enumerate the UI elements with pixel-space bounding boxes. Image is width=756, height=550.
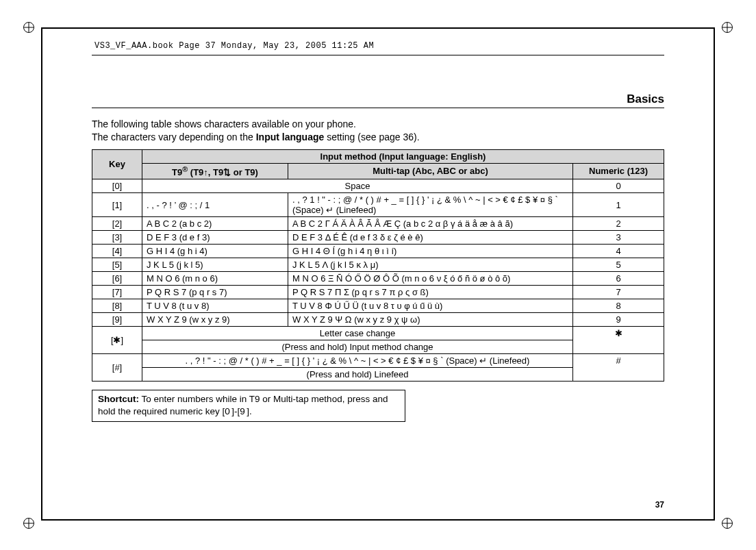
shortcut-text-b: ]-[ — [231, 406, 240, 416]
intro-line-1: The following table shows characters ava… — [92, 118, 664, 131]
reg-mark-top-right — [722, 22, 733, 33]
t9-cell: . , - ? ! ’ @ : ; / 1 — [142, 193, 288, 217]
numeric-cell: 7 — [573, 286, 664, 299]
page-number: 37 — [655, 500, 664, 510]
table-row-star-1: [✱] Letter case change ✱ — [92, 327, 664, 340]
table-row: [5] J K L 5 (j k l 5) J K L 5 Λ (j k l 5… — [92, 258, 664, 272]
key-cell: [5] — [92, 258, 142, 272]
th-numeric: Numeric (123) — [573, 163, 664, 179]
numeric-cell: 8 — [573, 299, 664, 313]
page-frame: VS3_VF_AAA.book Page 37 Monday, May 23, … — [41, 27, 715, 521]
shortcut-key9: 9 — [240, 405, 247, 418]
shortcut-label: Shortcut: — [98, 394, 139, 404]
key-cell: [1] — [92, 193, 142, 217]
th-t9-b: (T9↑, T9⇅ or T9) — [188, 167, 258, 177]
numeric-cell-hash: # — [573, 354, 664, 382]
table-row: [2] A B C 2 (a b c 2) A B C 2 Γ Á Ä À Â … — [92, 217, 664, 231]
star-cell-2: (Press and hold) Input method change — [142, 340, 573, 354]
multitap-cell: P Q R S 7 Π Σ (p q r s 7 π ρ ς σ ß) — [288, 286, 573, 299]
table-row: [9] W X Y Z 9 (w x y z 9) W X Y Z 9 Ψ Ω … — [92, 313, 664, 327]
reg-mark-bottom-right — [722, 518, 733, 529]
th-input-method: Input method (Input language: English) — [142, 149, 664, 163]
multitap-cell: T U V 8 Φ Ú Ű Ü (t u v 8 τ υ φ ú ű ü ù) — [288, 299, 573, 313]
key-cell: [2] — [92, 217, 142, 231]
th-multitap: Multi-tap (Abc, ABC or abc) — [288, 163, 573, 179]
running-header-row: VS3_VF_AAA.book Page 37 Monday, May 23, … — [92, 41, 664, 55]
t9-cell: P Q R S 7 (p q r s 7) — [142, 286, 288, 299]
table-row: [3] D E F 3 (d e f 3) D E F 3 Δ É Ê (d e… — [92, 231, 664, 245]
table-row: [6] M N O 6 (m n o 6) M N O 6 Ξ Ñ Ó Ő Ö … — [92, 272, 664, 286]
th-key: Key — [92, 149, 142, 179]
multitap-cell: J K L 5 Λ (j k l 5 κ λ μ) — [288, 258, 573, 272]
key-cell: [6] — [92, 272, 142, 286]
star-cell-1: Letter case change — [142, 327, 573, 340]
table-header-row-1: Key Input method (Input language: Englis… — [92, 149, 664, 163]
key-cell: [0] — [92, 179, 142, 193]
numeric-cell: 6 — [573, 272, 664, 286]
t9-cell: A B C 2 (a b c 2) — [142, 217, 288, 231]
numeric-cell: 3 — [573, 231, 664, 245]
t9-cell: T U V 8 (t u v 8) — [142, 299, 288, 313]
section-title: Basics — [627, 92, 664, 105]
intro-block: The following table shows characters ava… — [92, 118, 664, 144]
numeric-cell: 5 — [573, 258, 664, 272]
multitap-cell: W X Y Z 9 Ψ Ω (w x y z 9 χ ψ ω) — [288, 313, 573, 327]
key-cell: [9] — [92, 313, 142, 327]
t9-cell: G H I 4 (g h i 4) — [142, 245, 288, 258]
reg-mark-bottom-left — [23, 518, 34, 529]
table-row: [1] . , - ? ! ’ @ : ; / 1 . , ? 1 ! " - … — [92, 193, 664, 217]
span-cell: Space — [142, 179, 573, 193]
th-t9-a: T9 — [172, 167, 182, 177]
t9-cell: W X Y Z 9 (w x y z 9) — [142, 313, 288, 327]
intro-line-2: The characters vary depending on the Inp… — [92, 131, 664, 144]
multitap-cell: . , ? 1 ! " - : ; @ / * ( ) # + _ = [ ] … — [288, 193, 573, 217]
multitap-cell: G H I 4 Θ Í (g h i 4 η θ ι ì í) — [288, 245, 573, 258]
multitap-cell: M N O 6 Ξ Ñ Ó Ő Ö Ø Ô Õ (m n o 6 ν ξ ó ő… — [288, 272, 573, 286]
running-header-text: VS3_VF_AAA.book Page 37 Monday, May 23, … — [92, 41, 374, 51]
t9-cell: M N O 6 (m n o 6) — [142, 272, 288, 286]
key-cell: [3] — [92, 231, 142, 245]
shortcut-text-c: ]. — [247, 406, 252, 416]
reg-mark-top-left — [23, 22, 34, 33]
intro-line-2c: setting (see page 36). — [324, 132, 419, 142]
numeric-cell-star: ✱ — [573, 327, 664, 354]
multitap-cell: D E F 3 Δ É Ê (d e f 3 δ ε ζ é è ê) — [288, 231, 573, 245]
key-cell: [8] — [92, 299, 142, 313]
numeric-cell: 2 — [573, 217, 664, 231]
th-t9: T9® (T9↑, T9⇅ or T9) — [142, 163, 288, 179]
table-row: [0] Space 0 — [92, 179, 664, 193]
multitap-cell: A B C 2 Γ Á Ä À Â Ã Å Æ Ç (a b c 2 α β γ… — [288, 217, 573, 231]
table-row: [7] P Q R S 7 (p q r s 7) P Q R S 7 Π Σ … — [92, 286, 664, 299]
numeric-cell: 9 — [573, 313, 664, 327]
numeric-cell: 1 — [573, 193, 664, 217]
intro-line-2a: The characters vary depending on the — [92, 132, 256, 142]
key-cell-hash: [#] — [92, 354, 142, 382]
hash-cell-2: (Press and hold) Linefeed — [142, 368, 573, 382]
numeric-cell: 0 — [573, 179, 664, 193]
characters-table: Key Input method (Input language: Englis… — [92, 149, 664, 382]
t9-cell: J K L 5 (j k l 5) — [142, 258, 288, 272]
key-cell-star: [✱] — [92, 327, 142, 354]
intro-line-2b: Input language — [256, 132, 325, 142]
table-row: [4] G H I 4 (g h i 4) G H I 4 Θ Í (g h i… — [92, 245, 664, 258]
hash-cell-1: . , ? ! " - : ; @ / * ( ) # + _ = [ ] { … — [142, 354, 573, 368]
key-cell: [7] — [92, 286, 142, 299]
table-row: [8] T U V 8 (t u v 8) T U V 8 Φ Ú Ű Ü (t… — [92, 299, 664, 313]
shortcut-key0: 0 — [225, 405, 231, 418]
numeric-cell: 4 — [573, 245, 664, 258]
t9-cell: D E F 3 (d e f 3) — [142, 231, 288, 245]
th-t9-sup: ® — [182, 165, 188, 173]
shortcut-box: Shortcut: To enter numbers while in T9 o… — [92, 390, 405, 421]
section-title-row: Basics — [92, 92, 664, 108]
table-row-hash-1: [#] . , ? ! " - : ; @ / * ( ) # + _ = [ … — [92, 354, 664, 368]
table-header-row-2: T9® (T9↑, T9⇅ or T9) Multi-tap (Abc, ABC… — [92, 163, 664, 179]
key-cell: [4] — [92, 245, 142, 258]
